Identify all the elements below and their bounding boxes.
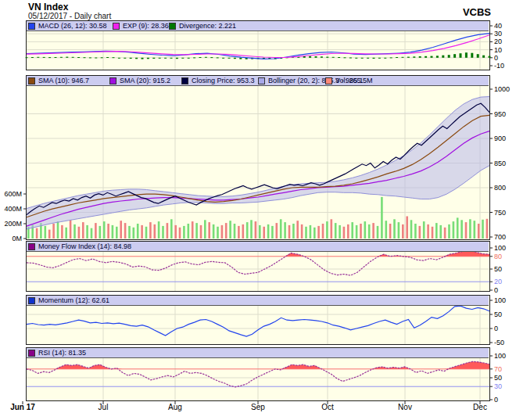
svg-text:850: 850	[494, 160, 506, 167]
svg-text:0: 0	[494, 54, 498, 62]
legend-label: SMA (20): 915.2	[120, 77, 170, 84]
rsi-legend-item: RSI (14): 81.35	[28, 349, 86, 357]
mfi-legend-item: Money Flow Index (14): 84.98	[28, 242, 131, 250]
svg-text:50: 50	[494, 265, 502, 273]
svg-text:0: 0	[494, 286, 498, 294]
legend-color-swatch	[181, 77, 188, 84]
rsi-legend: RSI (14): 81.35	[27, 348, 489, 358]
legend-color-swatch	[28, 297, 35, 304]
legend-label: RSI (14): 81.35	[38, 349, 86, 357]
macd-legend-item: MACD (26, 12): 30.58	[28, 22, 107, 30]
legend-label: EXP (9): 28.36	[123, 22, 169, 30]
legend-color-swatch	[28, 77, 35, 84]
svg-text:800: 800	[494, 184, 506, 192]
mom-legend: Momentum (12): 62.61	[27, 296, 489, 306]
svg-text:10: 10	[494, 46, 502, 54]
svg-text:0: 0	[494, 325, 498, 332]
svg-text:-10: -10	[494, 62, 504, 70]
chart-window: VN Index 05/12/2017 - Daily chart VCBS 4…	[0, 0, 516, 420]
svg-text:100: 100	[494, 352, 506, 360]
x-axis-label: Jul	[99, 403, 109, 411]
svg-text:40: 40	[494, 22, 502, 30]
svg-text:100: 100	[494, 296, 506, 304]
legend-color-swatch	[28, 243, 35, 250]
svg-text:-50: -50	[494, 339, 504, 346]
main-legend-item: Vol: 265.5M	[325, 77, 373, 84]
macd-legend-item: Divergence: 2.221	[169, 22, 236, 30]
main-legend-item: Closing Price: 953.3	[181, 77, 255, 84]
svg-text:50: 50	[494, 311, 502, 318]
svg-text:950: 950	[494, 110, 506, 118]
legend-label: Vol: 265.5M	[335, 77, 373, 84]
macd-legend: MACD (26, 12): 30.58EXP (9): 28.36Diverg…	[27, 21, 489, 31]
legend-color-swatch	[28, 350, 35, 357]
svg-text:1000: 1000	[494, 85, 510, 93]
x-axis-label: Dec	[473, 403, 487, 411]
svg-text:100: 100	[494, 244, 506, 252]
x-axis-label: Sep	[251, 403, 265, 411]
main-legend-item: SMA (10): 946.7	[28, 77, 89, 84]
legend-color-swatch	[258, 77, 265, 84]
mom-legend-item: Momentum (12): 62.61	[28, 296, 109, 304]
legend-color-swatch	[109, 77, 116, 84]
main-legend: SMA (10): 946.7SMA (20): 915.2Closing Pr…	[27, 76, 489, 86]
legend-label: Divergence: 2.221	[179, 22, 236, 30]
legend-label: Momentum (12): 62.61	[38, 296, 109, 304]
x-axis-label: Jun 17	[10, 403, 35, 411]
legend-label: Closing Price: 953.3	[192, 77, 255, 84]
svg-text:400M: 400M	[4, 205, 22, 213]
x-axis-label: Nov	[398, 403, 412, 411]
svg-text:30: 30	[494, 30, 502, 38]
svg-text:900: 900	[494, 135, 506, 142]
svg-text:50: 50	[494, 374, 502, 382]
svg-text:200M: 200M	[4, 220, 22, 228]
x-axis-label: Oct	[321, 403, 334, 411]
svg-text:20: 20	[494, 278, 502, 285]
legend-color-swatch	[28, 23, 35, 30]
macd-legend-item: EXP (9): 28.36	[113, 22, 169, 30]
x-axis-label: Aug	[168, 403, 182, 411]
mfi-legend: Money Flow Index (14): 84.98	[27, 242, 489, 252]
svg-text:80: 80	[494, 253, 502, 260]
svg-text:700: 700	[494, 233, 506, 241]
svg-text:20: 20	[494, 38, 502, 45]
svg-text:70: 70	[494, 365, 502, 373]
legend-color-swatch	[169, 23, 176, 30]
legend-color-swatch	[325, 77, 332, 84]
svg-text:600M: 600M	[4, 190, 22, 198]
svg-text:750: 750	[494, 209, 506, 217]
main-legend-item: SMA (20): 915.2	[109, 77, 170, 84]
legend-label: Money Flow Index (14): 84.98	[38, 242, 131, 250]
svg-text:30: 30	[494, 382, 502, 390]
svg-text:0: 0	[494, 396, 498, 404]
legend-label: SMA (10): 946.7	[38, 77, 89, 84]
legend-label: MACD (26, 12): 30.58	[38, 22, 107, 30]
legend-color-swatch	[113, 23, 120, 30]
svg-text:0M: 0M	[12, 235, 22, 242]
